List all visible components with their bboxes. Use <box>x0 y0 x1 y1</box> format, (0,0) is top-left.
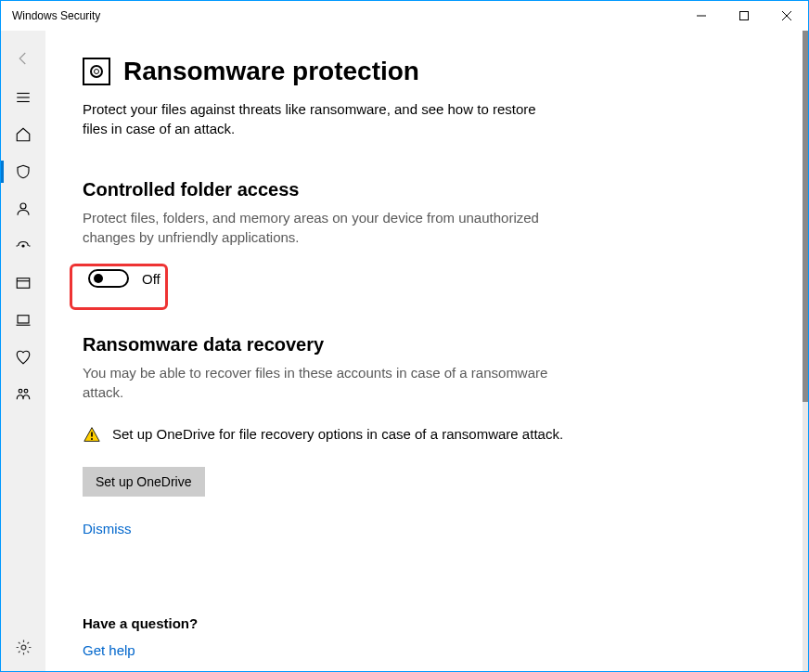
window-title: Windows Security <box>12 9 100 22</box>
body-area: Ransomware protection Protect your files… <box>1 31 808 671</box>
nav-device-performance[interactable] <box>1 339 45 376</box>
setup-onedrive-button[interactable]: Set up OneDrive <box>83 467 205 497</box>
cfa-description: Protect files, folders, and memory areas… <box>83 208 565 247</box>
svg-rect-1 <box>740 12 749 20</box>
help-section: Have a question? Get help <box>83 615 771 659</box>
main-content: Ransomware protection Protect your files… <box>45 31 808 671</box>
nav-device-security[interactable] <box>1 302 45 339</box>
svg-point-7 <box>20 203 26 209</box>
cfa-heading: Controlled folder access <box>83 179 771 200</box>
nav-virus-protection[interactable] <box>1 153 45 190</box>
dismiss-link[interactable]: Dismiss <box>83 521 132 536</box>
maximize-button[interactable] <box>723 1 765 31</box>
window-root: Windows Security <box>0 0 809 672</box>
svg-point-14 <box>24 389 28 393</box>
back-button[interactable] <box>1 38 45 79</box>
recovery-description: You may be able to recover files in thes… <box>83 363 565 402</box>
onedrive-warning-row: Set up OneDrive for file recovery option… <box>83 424 565 446</box>
svg-point-17 <box>91 438 93 440</box>
close-button[interactable] <box>765 1 808 31</box>
nav-settings[interactable] <box>1 628 45 666</box>
get-help-link[interactable]: Get help <box>83 642 135 658</box>
svg-point-15 <box>21 645 26 650</box>
nav-home[interactable] <box>1 116 45 153</box>
help-heading: Have a question? <box>83 615 771 631</box>
ransomware-icon <box>83 58 110 85</box>
scrollbar-thumb[interactable] <box>803 31 808 402</box>
sidebar <box>1 31 45 671</box>
minimize-button[interactable] <box>680 1 723 31</box>
page-title: Ransomware protection <box>123 57 419 86</box>
page-header: Ransomware protection <box>83 57 771 86</box>
cfa-toggle-label: Off <box>142 271 161 287</box>
svg-point-8 <box>22 245 24 247</box>
svg-point-13 <box>19 389 22 393</box>
onedrive-warning-text: Set up OneDrive for file recovery option… <box>112 424 563 446</box>
nav-app-browser[interactable] <box>1 265 45 302</box>
window-controls <box>680 1 808 31</box>
page-subtitle: Protect your files against threats like … <box>83 99 546 138</box>
nav-account-protection[interactable] <box>1 190 45 227</box>
nav-firewall[interactable] <box>1 227 45 265</box>
svg-rect-9 <box>17 278 30 289</box>
title-bar: Windows Security <box>1 1 808 31</box>
cfa-toggle[interactable] <box>88 269 129 288</box>
warning-icon <box>83 426 101 446</box>
svg-rect-11 <box>18 316 29 323</box>
nav-menu-button[interactable] <box>1 79 45 116</box>
cfa-toggle-row: Off <box>83 264 175 293</box>
nav-family-options[interactable] <box>1 376 45 413</box>
recovery-heading: Ransomware data recovery <box>83 334 771 355</box>
cfa-toggle-knob <box>94 274 103 283</box>
